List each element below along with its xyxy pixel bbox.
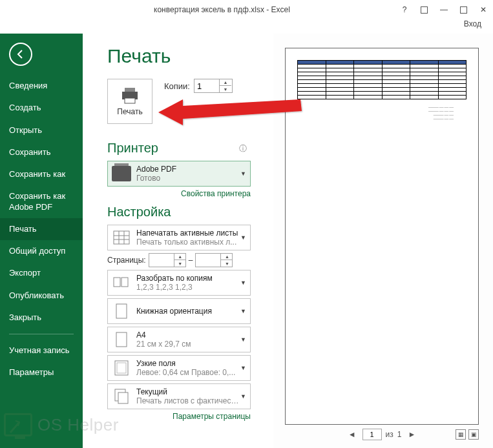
- settings-section-title: Настройка: [107, 205, 273, 219]
- pages-from-input[interactable]: [149, 254, 174, 267]
- sidebar-item-saveas[interactable]: Сохранить как: [0, 163, 83, 185]
- chevron-down-icon: ▼: [240, 234, 246, 241]
- sidebar-item-options[interactable]: Параметры: [0, 361, 83, 383]
- sidebar-item-saveas-pdf[interactable]: Сохранить как Adobe PDF: [0, 185, 83, 218]
- sidebar-item-print[interactable]: Печать: [0, 218, 83, 240]
- info-icon[interactable]: ⓘ: [239, 143, 247, 154]
- page-icon: [112, 331, 131, 349]
- preview-page: _______ ___ ___ __________ ___ ___ _____…: [285, 48, 479, 425]
- print-button[interactable]: Печать: [107, 79, 152, 124]
- back-button[interactable]: [9, 43, 32, 66]
- page-title: Печать: [107, 45, 273, 67]
- svg-rect-10: [116, 304, 127, 318]
- chevron-down-icon: ▼: [240, 393, 246, 400]
- preview-summary: _______ ___ ___ __________ ___ ___ _____…: [297, 105, 467, 120]
- margins-select[interactable]: Узкие поляЛевое: 0,64 см Правое: 0,... ▼: [107, 355, 251, 381]
- preview-table: [297, 60, 467, 99]
- print-what-select[interactable]: Напечатать активные листыПечать только а…: [107, 225, 251, 250]
- sidebar-item-publish[interactable]: Опубликовать: [0, 285, 83, 307]
- backstage-sidebar: Сведения Создать Открыть Сохранить Сохра…: [0, 34, 83, 448]
- margins-icon: [112, 359, 131, 377]
- show-margins-button[interactable]: ▦: [456, 429, 466, 440]
- close-button[interactable]: ✕: [479, 5, 488, 14]
- login-link[interactable]: Вход: [464, 19, 481, 28]
- current-page-input[interactable]: [362, 429, 382, 440]
- prev-page-button[interactable]: ◄: [346, 429, 359, 440]
- svg-rect-9: [121, 278, 128, 287]
- sidebar-item-info[interactable]: Сведения: [0, 75, 83, 97]
- help-button[interactable]: ?: [400, 5, 409, 14]
- printer-select[interactable]: Adobe PDF Готово ▼: [107, 161, 251, 187]
- chevron-down-icon: ▼: [240, 280, 246, 286]
- svg-rect-13: [117, 363, 126, 373]
- chevron-down-icon: ▼: [240, 365, 246, 371]
- page-setup-link[interactable]: Параметры страницы: [107, 412, 251, 421]
- collate-icon: [112, 274, 131, 292]
- scaling-icon: [112, 387, 131, 405]
- copies-spinner[interactable]: ▲ ▼: [194, 79, 233, 93]
- svg-rect-11: [116, 332, 127, 347]
- collate-select[interactable]: Разобрать по копиям1,2,3 1,2,3 1,2,3 ▼: [107, 270, 251, 296]
- printer-section-title: Принтер: [107, 141, 239, 156]
- sidebar-item-open[interactable]: Открыть: [0, 119, 83, 141]
- window-title: конвертация эксель в пдф.xlsx - Excel: [44, 5, 400, 14]
- minimize-button[interactable]: —: [439, 5, 448, 14]
- sidebar-item-share[interactable]: Общий доступ: [0, 240, 83, 262]
- sidebar-item-close[interactable]: Закрыть: [0, 307, 83, 329]
- copies-input[interactable]: [194, 81, 219, 91]
- printer-device-icon: [112, 166, 131, 181]
- chevron-down-icon: ▼: [240, 336, 246, 343]
- print-preview-pane: _______ ___ ___ __________ ___ ___ _____…: [273, 34, 493, 448]
- svg-rect-1: [125, 88, 135, 92]
- sidebar-item-save[interactable]: Сохранить: [0, 141, 83, 163]
- svg-rect-8: [114, 278, 120, 287]
- orientation-select[interactable]: Книжная ориентация ▼: [107, 298, 251, 324]
- total-pages: 1: [397, 430, 402, 439]
- copies-down[interactable]: ▼: [220, 86, 231, 92]
- printer-properties-link[interactable]: Свойства принтера: [107, 189, 251, 198]
- paper-size-select[interactable]: A421 см x 29,7 см ▼: [107, 327, 251, 352]
- copies-label: Копии:: [164, 81, 190, 91]
- next-page-button[interactable]: ►: [405, 429, 418, 440]
- sidebar-item-new[interactable]: Создать: [0, 97, 83, 119]
- svg-rect-2: [125, 98, 135, 103]
- copies-up[interactable]: ▲: [220, 79, 231, 86]
- scaling-select[interactable]: ТекущийПечать листов с фактическ... ▼: [107, 383, 251, 409]
- svg-rect-15: [118, 392, 128, 403]
- sidebar-item-export[interactable]: Экспорт: [0, 262, 83, 284]
- svg-rect-3: [114, 231, 129, 244]
- restore-button[interactable]: [421, 6, 428, 14]
- portrait-icon: [112, 302, 131, 320]
- pages-label: Страницы:: [107, 256, 146, 265]
- chevron-down-icon: ▼: [240, 170, 246, 177]
- printer-icon: [120, 87, 140, 105]
- sheets-icon: [112, 229, 131, 247]
- pages-to-input[interactable]: [196, 254, 220, 267]
- maximize-button[interactable]: [460, 6, 467, 14]
- chevron-down-icon: ▼: [240, 308, 246, 314]
- zoom-to-page-button[interactable]: ▣: [468, 429, 479, 440]
- sidebar-item-account[interactable]: Учетная запись: [0, 340, 83, 361]
